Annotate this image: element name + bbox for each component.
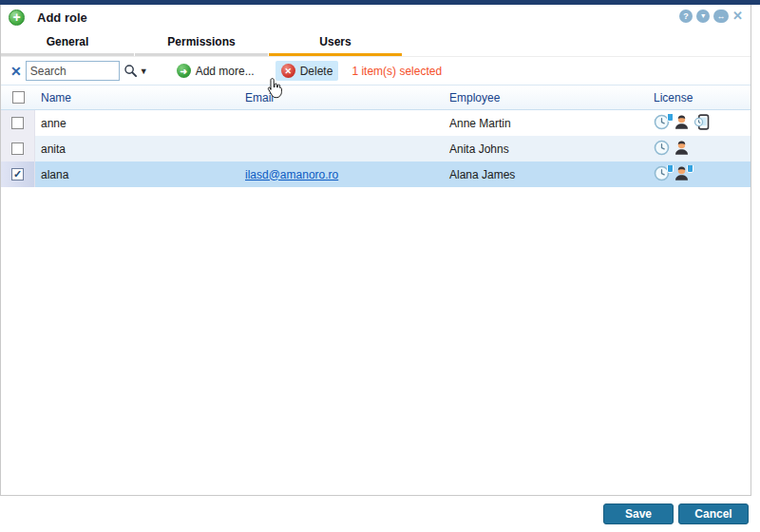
row-checkbox-cell [1,110,35,136]
employee-name: Alana James [444,168,648,181]
column-header-name[interactable]: Name [35,91,239,104]
add-more-button[interactable]: ➜ Add more... [171,61,260,81]
selection-count: 1 item(s) selected [352,65,442,78]
clear-search-icon[interactable]: ✕ [7,64,26,79]
column-header-employee[interactable]: Employee [444,91,648,104]
delete-icon: ✕ [281,64,295,78]
user-name: alana [35,168,239,181]
tab-permissions[interactable]: Permissions [135,30,268,56]
row-checkbox[interactable] [11,117,24,129]
person-icon [674,140,690,156]
toolbar: ✕ ▼ ➜ Add more... ✕ Delete 1 item(s) sel… [1,57,750,86]
clock-icon [654,140,670,156]
tab-users[interactable]: Users [269,30,402,56]
license-icons [648,114,750,133]
search-input[interactable] [26,61,120,81]
collapse-icon[interactable]: ▼ [696,10,710,23]
person-phone-icon [674,165,690,181]
table-row[interactable]: anitaAnita Johns [1,136,750,162]
search-options-caret-icon[interactable]: ▼ [140,66,148,76]
user-name: anita [35,142,239,156]
cancel-button[interactable]: Cancel [678,504,749,524]
table-row[interactable]: anneAnne Martin [1,110,750,136]
row-checkbox[interactable] [11,168,24,180]
search-icon[interactable] [124,64,138,78]
add-role-icon: + [9,10,25,26]
dialog-footer: Save Cancel [0,496,760,532]
row-checkbox[interactable] [11,142,24,155]
save-button[interactable]: Save [603,504,674,524]
row-checkbox-cell [1,162,35,187]
license-icons [648,165,750,184]
license-icons [648,140,750,159]
tab-bar: General Permissions Users [1,30,750,57]
delete-button[interactable]: ✕ Delete [276,61,339,81]
titlebar-buttons: ? ▼ ↔ ✕ [679,10,743,23]
table-header: Name Email Employee License [1,86,750,110]
clock-phone-icon [654,114,670,130]
resize-icon[interactable]: ↔ [713,10,729,23]
row-checkbox-cell [1,136,35,162]
user-name: anne [35,117,239,130]
delete-label: Delete [300,65,333,78]
add-more-icon: ➜ [177,64,191,78]
dialog-body: + Add role ? ▼ ↔ ✕ General Permissions U… [0,5,751,496]
employee-name: Anita Johns [444,142,648,156]
select-all-checkbox[interactable] [12,91,25,104]
column-header-license[interactable]: License [648,91,750,104]
user-table-body: anneAnne MartinanitaAnita Johnsalanailas… [1,110,750,187]
employee-name: Anne Martin [444,117,648,130]
titlebar: + Add role ? ▼ ↔ ✕ [1,5,750,30]
phone-clock-icon [694,114,710,130]
person-icon [674,114,690,130]
email-link[interactable]: ilasd@amanoro.ro [245,168,338,181]
help-icon[interactable]: ? [679,10,693,23]
user-email: ilasd@amanoro.ro [239,168,444,181]
dialog-title: Add role [37,10,87,25]
add-role-dialog: + Add role ? ▼ ↔ ✕ General Permissions U… [0,0,760,532]
close-icon[interactable]: ✕ [732,10,743,23]
clock-phone-icon [654,165,670,181]
table-row[interactable]: alanailasd@amanoro.roAlana James [1,162,750,187]
tab-general[interactable]: General [1,30,134,56]
add-more-label: Add more... [196,65,255,78]
column-header-email[interactable]: Email [239,91,444,104]
